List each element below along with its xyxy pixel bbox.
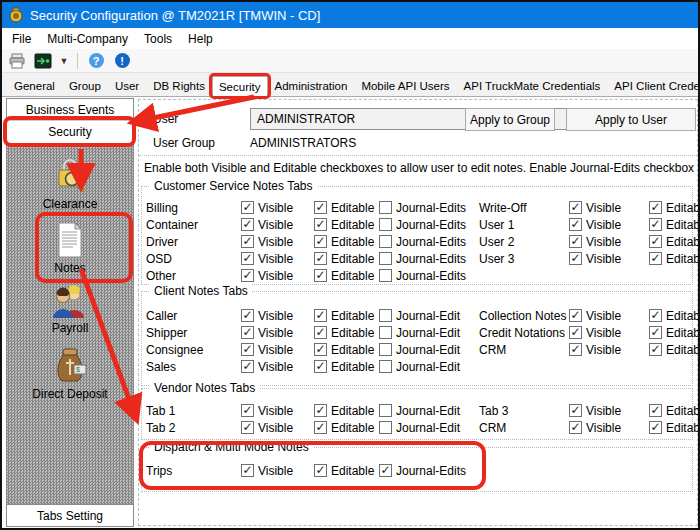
row-label: Consignee xyxy=(146,343,241,357)
journal-checkbox[interactable] xyxy=(379,404,392,417)
visible-checkbox[interactable] xyxy=(241,269,254,282)
row-label: Collection Notes xyxy=(479,309,569,323)
journal-checkbox[interactable] xyxy=(379,421,392,434)
journal-checkbox[interactable] xyxy=(379,218,392,231)
notes-row: Driver Visible Editable Journal-Edits Us… xyxy=(146,233,692,250)
security-configuration-window: Security Configuration @ TM2021R [TMWIN … xyxy=(0,0,700,530)
svg-text:$: $ xyxy=(76,366,80,373)
journal-checkbox[interactable] xyxy=(379,343,392,356)
apply-to-user-button[interactable]: Apply to User xyxy=(566,108,696,131)
print-icon[interactable] xyxy=(6,51,28,71)
tab-security[interactable]: Security xyxy=(212,76,268,97)
editable-checkbox[interactable] xyxy=(649,309,662,322)
apply-to-group-button[interactable]: Apply to Group xyxy=(465,108,555,131)
visible-checkbox[interactable] xyxy=(569,309,582,322)
visible-checkbox[interactable] xyxy=(241,360,254,373)
journal-checkbox[interactable] xyxy=(379,309,392,322)
journal-checkbox[interactable] xyxy=(379,252,392,265)
editable-checkbox[interactable] xyxy=(649,421,662,434)
journal-checkbox[interactable] xyxy=(379,464,392,477)
tab-mobile-api-users[interactable]: Mobile API Users xyxy=(354,75,456,96)
journal-checkbox[interactable] xyxy=(379,201,392,214)
visible-checkbox[interactable] xyxy=(241,326,254,339)
visible-checkbox[interactable] xyxy=(241,309,254,322)
checkbox-label: Journal-Edit xyxy=(396,404,460,418)
payroll-people-icon xyxy=(50,285,90,319)
editable-checkbox[interactable] xyxy=(314,309,327,322)
editable-checkbox[interactable] xyxy=(649,235,662,248)
visible-checkbox[interactable] xyxy=(569,252,582,265)
menu-file[interactable]: File xyxy=(4,30,39,48)
journal-checkbox[interactable] xyxy=(379,269,392,282)
editable-checkbox[interactable] xyxy=(314,404,327,417)
tab-user[interactable]: User xyxy=(108,75,146,96)
row-label: Shipper xyxy=(146,326,241,340)
editable-checkbox[interactable] xyxy=(649,201,662,214)
user-label: User xyxy=(153,112,178,126)
tab-group[interactable]: Group xyxy=(62,75,108,96)
app-badge-icon xyxy=(8,7,24,23)
tab-api-client-credentials[interactable]: API Client Credentials xyxy=(607,75,700,96)
visible-checkbox[interactable] xyxy=(569,201,582,214)
editable-checkbox[interactable] xyxy=(314,235,327,248)
visible-checkbox[interactable] xyxy=(241,464,254,477)
notes-label: Notes xyxy=(54,261,85,275)
journal-checkbox[interactable] xyxy=(379,235,392,248)
menu-multi-company[interactable]: Multi-Company xyxy=(39,30,136,48)
visible-checkbox[interactable] xyxy=(569,421,582,434)
visible-checkbox[interactable] xyxy=(241,235,254,248)
editable-checkbox[interactable] xyxy=(314,464,327,477)
menu-tools[interactable]: Tools xyxy=(136,30,180,48)
editable-checkbox[interactable] xyxy=(649,326,662,339)
row-label: Tab 2 xyxy=(146,421,241,435)
visible-checkbox[interactable] xyxy=(241,343,254,356)
visible-checkbox[interactable] xyxy=(241,252,254,265)
tab-api-truckmate-credentials[interactable]: API TruckMate Credentials xyxy=(457,75,608,96)
visible-checkbox[interactable] xyxy=(241,421,254,434)
visible-checkbox[interactable] xyxy=(241,404,254,417)
menu-help[interactable]: Help xyxy=(180,30,221,48)
sidebar-item-notes[interactable]: Notes xyxy=(7,217,133,281)
journal-checkbox[interactable] xyxy=(379,326,392,339)
editable-checkbox[interactable] xyxy=(314,421,327,434)
editable-checkbox[interactable] xyxy=(314,269,327,282)
editable-checkbox[interactable] xyxy=(649,404,662,417)
editable-checkbox[interactable] xyxy=(314,201,327,214)
visible-checkbox[interactable] xyxy=(569,343,582,356)
sidebar-item-clearance[interactable]: Clearance xyxy=(7,151,133,217)
group-vendor-notes: Vendor Notes Tabs Tab 1 Visible Editable… xyxy=(141,388,693,440)
visible-checkbox[interactable] xyxy=(241,218,254,231)
window-title: Security Configuration @ TM2021R [TMWIN … xyxy=(30,8,320,23)
help-icon[interactable]: ? xyxy=(85,51,107,71)
visible-checkbox[interactable] xyxy=(241,201,254,214)
tab-db-rights[interactable]: DB Rights xyxy=(146,75,212,96)
editable-checkbox[interactable] xyxy=(649,343,662,356)
editable-checkbox[interactable] xyxy=(314,252,327,265)
editable-checkbox[interactable] xyxy=(649,218,662,231)
editable-checkbox[interactable] xyxy=(649,252,662,265)
info-icon[interactable]: ! xyxy=(111,51,133,71)
visible-checkbox[interactable] xyxy=(569,404,582,417)
dropdown-caret[interactable]: ▼ xyxy=(58,56,70,66)
visible-checkbox[interactable] xyxy=(569,218,582,231)
sidebar-item-direct-deposit[interactable]: $ Direct Deposit xyxy=(7,341,133,407)
tab-general[interactable]: General xyxy=(7,75,62,96)
sidebar-item-security[interactable]: Security xyxy=(7,121,133,143)
editable-checkbox[interactable] xyxy=(314,360,327,373)
connection-icon[interactable] xyxy=(32,51,54,71)
clearance-label: Clearance xyxy=(43,197,98,211)
tab-administration[interactable]: Administration xyxy=(268,75,355,96)
sidebar-item-payroll[interactable]: Payroll xyxy=(7,281,133,341)
sidebar-icon-panel: Clearance Notes xyxy=(7,143,133,504)
editable-checkbox[interactable] xyxy=(314,343,327,356)
sidebar-item-tabs-setting[interactable]: Tabs Setting xyxy=(7,504,133,526)
editable-checkbox[interactable] xyxy=(314,218,327,231)
tab-security-label: Security xyxy=(219,81,261,93)
editable-checkbox[interactable] xyxy=(314,326,327,339)
visible-checkbox[interactable] xyxy=(569,326,582,339)
checkbox-label: Visible xyxy=(586,309,621,323)
journal-checkbox[interactable] xyxy=(379,360,392,373)
notes-row: Billing Visible Editable Journal-Edits W… xyxy=(146,199,692,216)
sidebar-item-business-events[interactable]: Business Events xyxy=(7,99,133,121)
visible-checkbox[interactable] xyxy=(569,235,582,248)
